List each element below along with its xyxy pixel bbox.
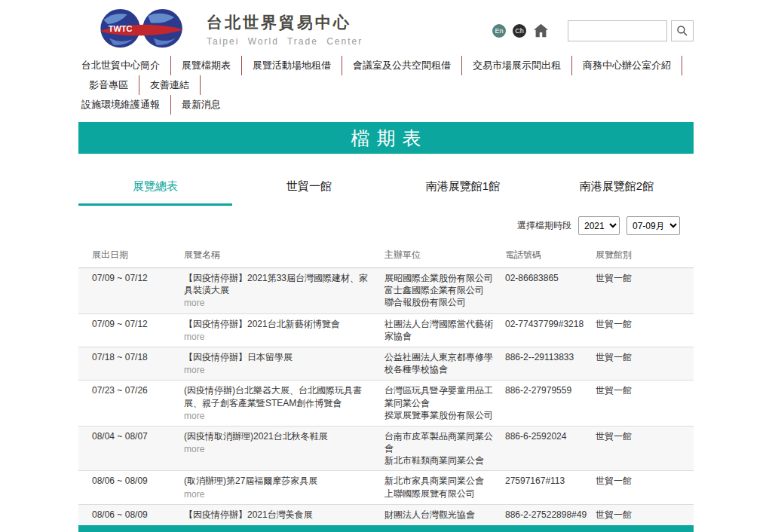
lang-en-button[interactable]: En bbox=[492, 24, 506, 38]
site-title: 台北世界貿易中心 Taipei World Trade Center bbox=[207, 12, 363, 47]
organizer-cell: 台灣區玩具暨孕嬰童用品工業同業公會揆眾展覽事業股份有限公司 bbox=[384, 381, 505, 427]
organizer-name: 新北市鞋類商業同業公會 bbox=[384, 454, 498, 466]
search-input[interactable] bbox=[568, 20, 667, 41]
schedule-table: 展出日期展覽名稱主辦單位電話號碼展覽館別 07/09 ~ 07/12【因疫情停辦… bbox=[78, 243, 694, 532]
table-row: 08/04 ~ 08/07(因疫情取消辦理)2021台北秋冬鞋展more台南市皮… bbox=[78, 426, 694, 471]
exhibition-name: (因疫情取消辦理)2021台北秋冬鞋展 bbox=[184, 430, 377, 442]
lang-ch-button[interactable]: Ch bbox=[513, 24, 526, 38]
table-row: 07/09 ~ 07/12【因疫情停辦】2021台北新藝術博覽會more社團法人… bbox=[78, 313, 694, 347]
schedule-table-body: 07/09 ~ 07/12【因疫情停辦】2021第33屆台灣國際建材、家具裝潢大… bbox=[78, 268, 694, 532]
exhibition-name: 【因疫情停辦】2021台灣美食展 bbox=[184, 509, 377, 521]
exhibition-name: 【因疫情停辦】2021台北新藝術博覽會 bbox=[184, 318, 377, 330]
organizer-name: 公益社團法人東京都專修學校各種學校協會 bbox=[384, 351, 498, 375]
phone-number: 02-86683865 bbox=[505, 268, 596, 314]
nav-item[interactable]: 設施環境維護通報 bbox=[78, 95, 171, 115]
page-banner: 檔期表 bbox=[78, 122, 694, 154]
exhibition-name-cell: (因疫情取消辦理)2021台北秋冬鞋展more bbox=[184, 426, 384, 471]
organizer-cell: 展昭國際企業股份有限公司富士鑫國際企業有限公司聯合報股份有限公司 bbox=[384, 268, 505, 314]
table-row: 08/06 ~ 08/09(取消辦理)第27屆福爾摩莎家具展more新北市家具商… bbox=[78, 471, 694, 504]
filter-label: 選擇檔期時段 bbox=[517, 219, 571, 232]
organizer-cell: 台南市皮革製品商業同業公會新北市鞋類商業同業公會 bbox=[384, 426, 505, 471]
organizer-name: 台灣區玩具暨孕嬰童用品工業同業公會 bbox=[384, 384, 498, 408]
home-icon[interactable] bbox=[533, 23, 549, 38]
venue-name: 世貿一館 bbox=[596, 347, 694, 380]
search-icon bbox=[676, 25, 688, 37]
logo-text: TWTC bbox=[109, 24, 133, 33]
organizer-cell: 公益社團法人東京都專修學校各種學校協會 bbox=[384, 347, 505, 380]
tab[interactable]: 展覽總表 bbox=[78, 173, 232, 206]
exhibition-name: 【因疫情停辦】2021第33屆台灣國際建材、家具裝潢大展 bbox=[184, 272, 377, 296]
period-select[interactable]: 07-09月 bbox=[626, 216, 680, 235]
tab[interactable]: 南港展覽館2館 bbox=[540, 173, 694, 206]
tab[interactable]: 世貿一館 bbox=[232, 173, 386, 206]
nav-row-2: 設施環境維護通報最新消息 bbox=[78, 95, 694, 115]
nav-item[interactable]: 最新消息 bbox=[171, 95, 231, 115]
more-link[interactable]: more bbox=[184, 443, 204, 455]
tab[interactable]: 南港展覽館1館 bbox=[386, 173, 540, 206]
exhibition-date: 07/09 ~ 07/12 bbox=[78, 313, 184, 347]
organizer-cell: 新北市家具商業同業公會上聯國際展覽有限公司 bbox=[384, 471, 505, 504]
phone-number: 886-2-27979559 bbox=[505, 381, 596, 427]
nav-item[interactable]: 展覽檔期表 bbox=[171, 56, 242, 75]
page-container: TWTC 台北世界貿易中心 Taipei World Trade Center … bbox=[78, 0, 694, 532]
column-header: 展覽館別 bbox=[596, 243, 694, 268]
filter-row: 選擇檔期時段 2021 07-09月 bbox=[78, 216, 694, 235]
exhibition-name: (取消辦理)第27屆福爾摩莎家具展 bbox=[184, 475, 377, 487]
globe-logo-icon: TWTC bbox=[100, 8, 184, 50]
phone-number: 02-77437799#3218 bbox=[505, 313, 596, 347]
exhibition-date: 08/06 ~ 08/09 bbox=[78, 471, 184, 504]
nav-item[interactable]: 會議室及公共空間租借 bbox=[342, 56, 462, 75]
nav-item[interactable]: 展覽活動場地租借 bbox=[242, 56, 342, 75]
column-header: 展覽名稱 bbox=[184, 243, 384, 268]
exhibition-name-cell: (取消辦理)第27屆福爾摩莎家具展more bbox=[184, 471, 384, 504]
nav-item[interactable]: 影音專區 bbox=[78, 75, 139, 95]
main-nav: 台北世貿中心簡介展覽檔期表展覽活動場地租借會議室及公共空間租借交易市場展示間出租… bbox=[78, 54, 694, 119]
exhibition-name-cell: 【因疫情停辦】日本留學展more bbox=[184, 347, 384, 380]
footer-bar bbox=[78, 525, 694, 532]
table-row: 07/09 ~ 07/12【因疫情停辦】2021第33屆台灣國際建材、家具裝潢大… bbox=[78, 268, 694, 314]
exhibition-name: 【因疫情停辦】日本留學展 bbox=[184, 351, 377, 363]
organizer-name: 新北市家具商業同業公會 bbox=[384, 475, 498, 487]
organizer-cell: 社團法人台灣國際當代藝術家協會 bbox=[384, 313, 505, 347]
phone-number: 27597167#113 bbox=[505, 471, 596, 504]
column-header: 展出日期 bbox=[78, 243, 184, 268]
exhibition-date: 07/23 ~ 07/26 bbox=[78, 381, 184, 427]
site-title-zh: 台北世界貿易中心 bbox=[207, 12, 363, 33]
exhibition-date: 07/09 ~ 07/12 bbox=[78, 268, 184, 314]
phone-number: 886-6-2592024 bbox=[505, 426, 596, 471]
venue-name: 世貿一館 bbox=[596, 268, 694, 314]
page-title: 檔期表 bbox=[345, 126, 428, 151]
nav-item[interactable]: 交易市場展示間出租 bbox=[462, 56, 572, 75]
more-link[interactable]: more bbox=[184, 297, 204, 309]
more-link[interactable]: more bbox=[184, 364, 204, 376]
table-row: 07/18 ~ 07/18【因疫情停辦】日本留學展more公益社團法人東京都專修… bbox=[78, 347, 694, 380]
table-row: 07/23 ~ 07/26(因疫情停辦)台北樂器大展、台北國際玩具書展、親子創客… bbox=[78, 381, 694, 427]
nav-item[interactable]: 商務中心辦公室介紹 bbox=[572, 56, 682, 75]
more-link[interactable]: more bbox=[184, 488, 204, 500]
venue-name: 世貿一館 bbox=[596, 313, 694, 347]
organizer-name: 台南市皮革製品商業同業公會 bbox=[384, 430, 498, 454]
table-header-row: 展出日期展覽名稱主辦單位電話號碼展覽館別 bbox=[78, 243, 694, 268]
search-button[interactable] bbox=[671, 20, 694, 41]
organizer-name: 富士鑫國際企業有限公司 bbox=[384, 284, 498, 296]
more-link[interactable]: more bbox=[184, 410, 204, 422]
organizer-name: 聯合報股份有限公司 bbox=[384, 296, 498, 308]
exhibition-name-cell: 【因疫情停辦】2021第33屆台灣國際建材、家具裝潢大展more bbox=[184, 268, 384, 314]
organizer-name: 上聯國際展覽有限公司 bbox=[384, 488, 498, 500]
venue-name: 世貿一館 bbox=[596, 381, 694, 427]
more-link[interactable]: more bbox=[184, 331, 204, 343]
year-select[interactable]: 2021 bbox=[578, 216, 620, 235]
organizer-name: 社團法人台灣國際當代藝術家協會 bbox=[384, 318, 498, 342]
site-header: TWTC 台北世界貿易中心 Taipei World Trade Center … bbox=[78, 0, 694, 54]
twtc-logo[interactable]: TWTC bbox=[100, 8, 184, 50]
exhibition-date: 08/04 ~ 08/07 bbox=[78, 426, 184, 471]
tabs: 展覽總表世貿一館南港展覽館1館南港展覽館2館 bbox=[78, 173, 694, 206]
exhibition-name-cell: 【因疫情停辦】2021台北新藝術博覽會more bbox=[184, 313, 384, 347]
nav-item[interactable]: 台北世貿中心簡介 bbox=[78, 56, 171, 75]
venue-name: 世貿一館 bbox=[596, 471, 694, 504]
organizer-name: 展昭國際企業股份有限公司 bbox=[384, 272, 498, 284]
venue-name: 世貿一館 bbox=[596, 426, 694, 471]
exhibition-date: 07/18 ~ 07/18 bbox=[78, 347, 184, 380]
nav-item[interactable]: 友善連結 bbox=[139, 75, 201, 95]
site-title-en: Taipei World Trade Center bbox=[207, 36, 363, 47]
